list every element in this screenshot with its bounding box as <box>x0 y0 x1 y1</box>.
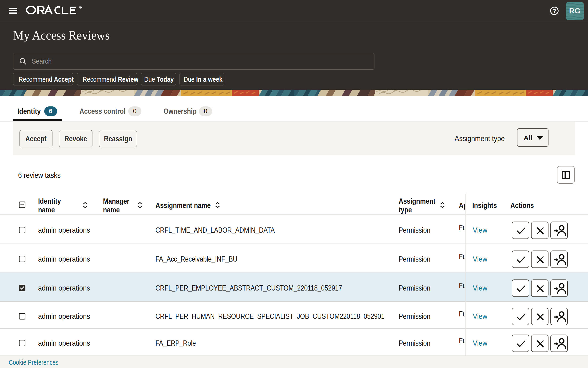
svg-text:?: ? <box>553 8 556 14</box>
